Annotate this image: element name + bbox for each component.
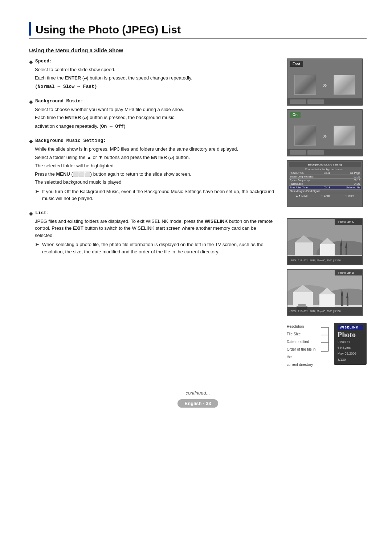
photo-thumb-inner4 <box>334 126 355 145</box>
bullet-bgmusic-header: ◆ Background Music: <box>29 98 276 105</box>
page-title: Using the Photo (JPEG) List <box>36 24 181 36</box>
bullet-bgmusic-setting-header: ◆ Background Music Setting: <box>29 138 276 144</box>
bgms-line1: While the slide show is in progress, MP3… <box>35 146 276 153</box>
list-arrow-note: ➤ When selecting a photo file, the photo… <box>35 241 276 255</box>
photo-thumb-inner <box>295 75 316 94</box>
bullet-list-header: ◆ List: <box>29 210 276 216</box>
photo-list-inner-2: Photo List B JPEG | 219×171 | 6KB | May … <box>287 270 362 315</box>
bgms-row6-name: Club Mangers-Field Signal <box>290 190 319 192</box>
bullet-speed-text: Select to control the slide show speed. … <box>35 66 276 90</box>
bottom-btn-2 <box>307 99 324 104</box>
bgms-row-6: Club Mangers-Field Signal <box>289 189 361 193</box>
page-number-badge: English - 33 <box>177 399 219 408</box>
speed-screen-inner: Fast » <box>287 59 362 105</box>
photo-list-screen-2: Photo List B JPEG | 219×171 | 6KB | May … <box>287 269 363 316</box>
page-container: Using the Photo (JPEG) List Using the Me… <box>0 0 392 429</box>
bullet-bgmusic: ◆ Background Music: Select to choose whe… <box>29 98 276 130</box>
bullet-list: ◆ List: JPEG files and existing folders … <box>29 210 276 256</box>
screen-bottom-bar-bgmusic <box>287 149 362 156</box>
bullet-speed: ◆ Speed: Select to control the slide sho… <box>29 58 276 90</box>
photo-list-inner-1: Photo List A JPEG | 219×171 | 6KB | May … <box>287 219 362 265</box>
photo-info-text-1: JPEG | 219×171 | 6KB | May 05, 2006 | 3/… <box>289 259 341 262</box>
bottom-btn-4 <box>307 150 324 155</box>
wiselink-box-right: WISELINK Photo 219x171 6 KBytes May 05,2… <box>334 323 367 365</box>
bgmusic-arrow-text: If you turn Off the Background Music, ev… <box>42 188 276 202</box>
bgms-row3-time: 00:12 <box>354 179 360 181</box>
svg-text:Photo List B: Photo List B <box>338 271 354 274</box>
svg-rect-26 <box>347 298 348 306</box>
title-blue-bar <box>29 22 31 36</box>
arrows-symbol: » <box>323 81 327 89</box>
text-column: ◆ Speed: Select to control the slide sho… <box>29 58 276 368</box>
bgmusic-line2: Each time the ENTER (↵) button is presse… <box>35 114 276 122</box>
speed-line2: Each time the ENTER (↵) button is presse… <box>35 74 276 82</box>
arrow-symbol2: ➤ <box>35 241 39 247</box>
bullet-bgmusic-text: Select to choose whether you want to pla… <box>35 106 276 130</box>
bullet-list-title: List: <box>35 210 49 216</box>
bgms-row-2: Susan Ding feat EBVI 02:25 <box>289 175 361 179</box>
photo-thumb-right2 <box>334 126 355 146</box>
wl-val-resolution: 219x171 <box>338 339 363 345</box>
diamond-icon2: ◆ <box>29 99 33 105</box>
bgms-line3: The selected folder will be highlighted. <box>35 162 276 170</box>
wiselink-values: 219x171 6 KBytes May 05,2006 3/130 <box>338 339 363 363</box>
svg-rect-10 <box>346 248 347 255</box>
bgms-footer: ▲▼ Move ↵ Enter ↩ Return <box>289 195 361 197</box>
bgms-line2: Select a folder using the ▲ or ▼ buttons… <box>35 154 276 162</box>
svg-rect-20 <box>319 294 335 307</box>
wl-label-order: Order of the file in thecurrent director… <box>287 346 316 368</box>
wl-val-filesize: 6 KBytes <box>338 345 363 351</box>
wiselink-logo: WISELINK <box>338 325 363 330</box>
wiselink-info-box: Resolution File Size Date modified Order… <box>287 323 367 368</box>
bullet-bgmusic-setting-title: Background Music Setting: <box>35 138 106 143</box>
bgms-row5-time: 05:13 <box>324 186 330 189</box>
connector-lines-svg <box>319 324 330 356</box>
bgms-row5-name: Time Atlas Time <box>290 186 308 189</box>
bgmusic-arrow-note: ➤ If you turn Off the Background Music, … <box>35 188 276 202</box>
bgms-row2-name: Susan Ding feat EBVI <box>290 175 314 178</box>
bgms-row5-selected: Selected file <box>346 186 360 189</box>
bullet-bgmusic-setting-text: While the slide show is in progress, MP3… <box>35 146 276 186</box>
bgmusic-line3: activation changes repeatedly. (On → Off… <box>35 123 276 130</box>
wl-label-filesize: File Size <box>287 330 316 338</box>
svg-rect-8 <box>340 246 342 255</box>
bgms-footer-move: ▲▼ Move <box>296 195 308 197</box>
diamond-icon4: ◆ <box>29 211 33 216</box>
bgms-screen-title: Background Music Setting <box>289 162 361 167</box>
svg-rect-24 <box>341 296 343 306</box>
bgms-row4-name: Fallen Love <box>290 183 303 185</box>
bgms-row-time: 03:41 <box>324 172 330 174</box>
bgms-row-page: 1/1 Page <box>350 172 360 174</box>
bgms-row-3: Rythm Frequency 00:12 <box>289 179 361 182</box>
bottom-btn-1 <box>290 99 306 104</box>
svg-rect-6 <box>320 244 335 257</box>
photo-bg-1: Photo List A JPEG | 219×171 | 6KB | May … <box>287 219 362 265</box>
photo-info-bar-1: JPEG | 219×171 | 6KB | May 05, 2006 | 3/… <box>287 256 362 265</box>
diamond-icon3: ◆ <box>29 138 33 144</box>
bgms-screen-subtitle: Choose file for background music... <box>289 168 361 171</box>
bgms-line4: Press the MENU (⬜⬜⬜) button again to ret… <box>35 171 276 178</box>
speed-label: Fast <box>290 61 303 67</box>
photo-thumb-right <box>334 75 355 95</box>
wl-val-date: May 05,2006 <box>338 351 363 356</box>
spacer1 <box>287 211 367 215</box>
speed-line3: (Normal → Slow → Fast) <box>35 83 276 90</box>
wl-label-resolution: Resolution <box>287 323 316 330</box>
bgms-row2-time: 02:25 <box>354 175 360 178</box>
bgms-footer-enter: ↵ Enter <box>321 195 330 197</box>
bullet-bgmusic-title: Background Music: <box>35 98 83 104</box>
bullet-bgmusic-setting: ◆ Background Music Setting: While the sl… <box>29 138 276 202</box>
bgmusic-setting-screen-mockup: Background Music Setting Choose file for… <box>287 160 363 207</box>
diamond-icon: ◆ <box>29 59 33 65</box>
wl-val-order: 3/130 <box>338 357 363 363</box>
photo-info-text-2: JPEG | 219×171 | 6KB | May 05, 2006 | 3/… <box>289 310 341 313</box>
on-label: On <box>290 112 301 118</box>
bgmusic-setting-inner: Background Music Setting Choose file for… <box>287 161 362 207</box>
wiselink-values-box: WISELINK Photo 219x171 6 KBytes May 05,2… <box>334 323 367 365</box>
page-footer: continued... English - 33 <box>29 390 367 408</box>
image-column: Fast » <box>287 58 367 368</box>
wiselink-product: Photo <box>338 331 363 339</box>
bgms-row-name: RESOURCE <box>290 172 304 174</box>
bgms-row-4: Fallen Love 04:23 <box>289 182 361 186</box>
bullet-list-text: JPEG files and existing folders are disp… <box>35 218 276 239</box>
